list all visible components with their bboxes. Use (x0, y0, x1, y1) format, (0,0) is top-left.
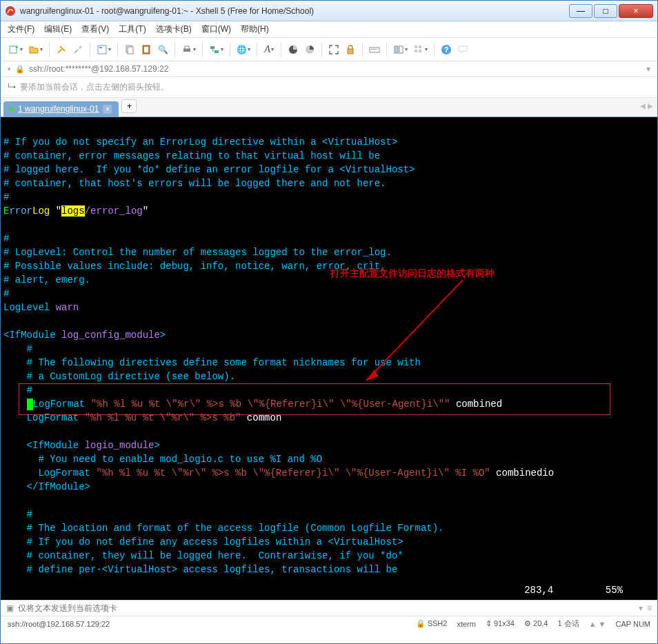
svg-point-0 (6, 6, 15, 16)
svg-rect-19 (375, 49, 377, 50)
menu-view[interactable]: 查看(V) (81, 23, 109, 35)
menu-tools[interactable]: 工具(T) (119, 23, 146, 35)
svg-rect-24 (415, 50, 417, 52)
svg-rect-22 (415, 46, 417, 48)
color1-button[interactable] (286, 41, 301, 58)
new-tab-button[interactable]: + (121, 99, 137, 113)
cursor (27, 399, 33, 410)
tab-nav[interactable]: ◀ ▶ (640, 102, 653, 110)
lock-button[interactable] (343, 41, 358, 58)
cmd-icon[interactable]: ▣ (6, 603, 14, 613)
address-dropdown[interactable]: ▾ (8, 66, 11, 72)
close-button[interactable]: × (619, 4, 653, 18)
transfer-button[interactable]: ▾ (207, 41, 226, 58)
tile-button[interactable]: ▾ (411, 41, 430, 58)
find-button[interactable]: 🔍 (155, 41, 170, 58)
menu-help[interactable]: 帮助(H) (241, 23, 269, 35)
toolbar: +▾ ▾ ▾ 🔍 ▾ ▾ 🌐▾ A▾ ▾ ▾ ? (1, 38, 657, 61)
address-input[interactable] (29, 64, 642, 74)
svg-rect-21 (399, 46, 403, 53)
tab-close-button[interactable]: × (103, 105, 112, 114)
svg-rect-6 (128, 47, 133, 54)
menu-tab[interactable]: 选项卡(B) (156, 23, 192, 35)
status-sessions: 1 会话 (557, 618, 579, 629)
search-icon: 🔍 (158, 45, 168, 54)
svg-rect-20 (395, 46, 398, 53)
svg-rect-8 (144, 47, 148, 52)
terminal[interactable]: # If you do not specify an ErrorLog dire… (1, 117, 657, 600)
layout-button[interactable]: ▾ (391, 41, 410, 58)
svg-rect-11 (210, 46, 215, 49)
svg-rect-4 (99, 47, 102, 48)
menu-edit[interactable]: 编辑(E) (44, 23, 72, 35)
app-icon (5, 6, 16, 17)
svg-rect-15 (348, 49, 353, 54)
menu-bar: 文件(F) 编辑(E) 查看(V) 工具(T) 选项卡(B) 窗口(W) 帮助(… (1, 21, 657, 38)
tab-bar: 1 wangruifenglinux-01 × + ◀ ▶ (1, 98, 657, 117)
print-button[interactable]: ▾ (179, 41, 198, 58)
copy-button[interactable] (122, 41, 137, 58)
svg-text:+: + (15, 44, 19, 50)
window-title: wangruifenglinux-01 - root@wangruifeng-0… (20, 6, 569, 16)
connect-button[interactable] (54, 41, 69, 58)
menu-window[interactable]: 窗口(W) (201, 23, 231, 35)
tab-label: 1 wangruifenglinux-01 (18, 104, 99, 114)
status-term: xterm (457, 620, 476, 628)
font-button[interactable]: A▾ (261, 41, 277, 58)
status-proto: 🔒 SSH2 (416, 619, 448, 628)
disconnect-button[interactable] (70, 41, 86, 58)
new-session-button[interactable]: +▾ (6, 41, 25, 58)
svg-rect-3 (98, 46, 106, 54)
command-bar: ▣ ▾ ≡ (1, 600, 657, 616)
window-titlebar: wangruifenglinux-01 - root@wangruifeng-0… (1, 1, 657, 21)
paste-button[interactable] (139, 41, 154, 58)
properties-button[interactable]: ▾ (94, 41, 113, 58)
terminal-container: # If you do not specify an ErrorLog dire… (1, 117, 657, 600)
svg-line-28 (366, 280, 463, 381)
svg-rect-17 (371, 49, 372, 50)
address-more[interactable]: ▾ (646, 64, 650, 74)
annotation-arrow-icon (359, 277, 477, 388)
cmd-dropdown[interactable]: ▾ (639, 603, 643, 613)
fullscreen-button[interactable] (326, 41, 341, 58)
minimize-button[interactable]: — (569, 4, 592, 18)
globe-icon: 🌐 (237, 45, 247, 54)
status-updown[interactable]: ▲ ▼ (589, 620, 606, 628)
editor-status: 283,4 55% (524, 583, 623, 597)
menu-file[interactable]: 文件(F) (8, 23, 34, 35)
session-tab[interactable]: 1 wangruifenglinux-01 × (3, 101, 119, 117)
hint-icon[interactable]: ⮡ (8, 83, 16, 92)
font-icon: A (264, 43, 270, 55)
status-enc: ⚙ 20,4 (524, 619, 548, 628)
hint-text: 要添加当前会话，点击左侧的箭头按钮。 (20, 81, 169, 93)
status-capsnum: CAP NUM (615, 620, 650, 628)
connection-status-icon (9, 107, 14, 112)
cmd-menu[interactable]: ≡ (647, 603, 652, 613)
svg-rect-25 (419, 50, 421, 52)
svg-rect-12 (215, 50, 219, 53)
svg-rect-10 (185, 46, 189, 49)
status-size: ⇕ 91x34 (486, 619, 515, 628)
address-bar: ▾ 🔒 ▾ (1, 61, 657, 77)
status-connection: ssh://root@192.168.57.129:22 (8, 620, 110, 628)
web-button[interactable]: 🌐▾ (235, 41, 252, 58)
svg-rect-18 (373, 49, 375, 50)
status-bar: ssh://root@192.168.57.129:22 🔒 SSH2 xter… (1, 616, 657, 631)
comment-button[interactable] (455, 41, 470, 58)
open-button[interactable]: ▾ (26, 41, 45, 58)
lock-icon: 🔒 (15, 65, 25, 74)
help-button[interactable]: ? (439, 41, 454, 58)
keyboard-button[interactable] (367, 41, 382, 58)
svg-text:?: ? (444, 46, 449, 54)
svg-rect-16 (370, 48, 379, 52)
svg-marker-29 (366, 370, 379, 381)
command-input[interactable] (18, 603, 635, 613)
color2-button[interactable] (302, 41, 317, 58)
hint-bar: ⮡ 要添加当前会话，点击左侧的箭头按钮。 (1, 77, 657, 98)
maximize-button[interactable]: □ (594, 4, 617, 18)
svg-rect-23 (419, 46, 421, 48)
